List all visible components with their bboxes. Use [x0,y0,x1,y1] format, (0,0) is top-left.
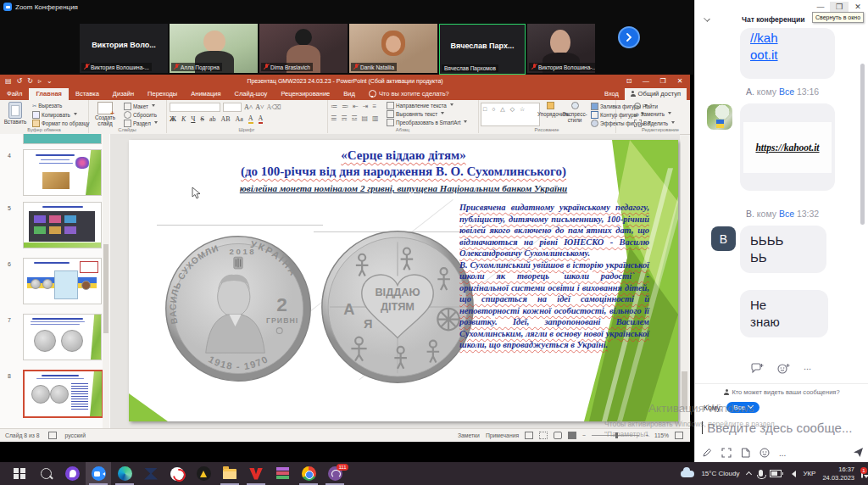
section-button[interactable]: Раздел [124,120,158,127]
numbering-icon[interactable]: ≕ [342,103,348,110]
text-shadow-button[interactable]: ab [209,115,216,123]
screenshot-icon[interactable] [721,448,732,458]
yandex-alice-icon[interactable] [59,462,85,485]
search-button[interactable] [33,462,58,485]
tab-review[interactable]: Рецензирование [274,88,337,100]
weather-text[interactable]: 15°C Cloudy [701,470,739,477]
zoom-out-button[interactable]: − [582,432,586,438]
tab-design[interactable]: Дизайн [106,88,141,100]
participant-tile[interactable]: Виктория Воло... Виктория Волошина-... [80,24,168,73]
zoom-level[interactable]: 115% [654,432,669,438]
tab-slideshow[interactable]: Слайд-шоу [227,88,274,100]
send-button[interactable] [853,447,864,458]
chat-message-input[interactable]: Введите здесь сообще... [702,421,863,435]
battery-icon[interactable] [770,470,782,477]
weather-icon[interactable] [681,471,694,477]
bullets-icon[interactable]: ≔ [331,103,337,110]
more-options-icon[interactable]: ... [804,363,811,374]
font-name-box[interactable] [170,103,220,112]
font-size-box[interactable] [223,103,242,112]
tell-me-box[interactable]: Что вы хотите сделать? [369,90,449,100]
arrange-button[interactable]: Упорядочить [537,102,563,117]
zoom-in-button[interactable]: + [645,432,648,438]
slide-thumbnail-8-selected[interactable] [23,370,103,418]
find-button[interactable]: Найти [634,103,658,109]
chat-message-bubble[interactable]: Не знаю [740,290,828,337]
shapes-gallery[interactable]: □ ○ △ ◇ ☆ [481,103,540,126]
shrink-font-icon[interactable]: А˅ [255,103,264,111]
tab-view[interactable]: Вид [337,88,362,100]
highlight-color-button[interactable]: А [248,114,253,124]
chat-message-bubble[interactable]: ЬЬЬЬ ЬЬ [740,226,826,273]
select-button[interactable]: Выделить [634,120,675,127]
bold-button[interactable]: Ж [170,115,176,123]
chevron-down-icon[interactable] [704,14,710,21]
justify-icon[interactable]: ▤ [362,114,369,122]
start-button[interactable] [7,462,32,485]
normal-view-icon[interactable] [525,432,533,439]
wps-office-icon[interactable] [243,462,269,485]
pasted-image[interactable]: https://kahoot.it [743,122,832,173]
clear-formatting-icon[interactable]: А⌫ [267,103,281,111]
chat-scrollbar[interactable] [860,64,865,225]
add-reaction-icon[interactable] [777,363,790,374]
fit-slide-icon[interactable] [675,432,683,439]
align-left-icon[interactable]: ☰ [331,114,337,122]
slide-thumbnail-6[interactable] [23,258,102,304]
decrease-indent-icon[interactable]: ⇤ [353,103,359,110]
slide-thumbnail-5[interactable] [23,202,102,248]
maximize-icon[interactable]: ❒ [654,75,671,87]
reply-thread-icon[interactable] [751,363,764,374]
file-icon[interactable] [741,448,750,458]
chat-link[interactable]: //kah [750,30,835,47]
sign-in-link[interactable]: Вход [604,90,619,98]
viber-icon[interactable]: 111 [322,462,348,485]
tray-mic-icon[interactable] [759,470,763,477]
strikethrough-button[interactable]: S [200,115,203,123]
winrar-icon[interactable] [270,462,295,485]
participant-tile-active-speaker[interactable]: Вячеслав Парх... Вячеслав Пархомов [439,24,526,75]
opera-icon[interactable] [164,462,190,485]
slide-thumbnail-7[interactable] [23,314,102,360]
ribbon-display-options-icon[interactable]: ⊡ [620,75,637,87]
align-right-icon[interactable]: ☲ [351,114,357,122]
italic-button[interactable]: К [181,115,186,123]
line-spacing-icon[interactable]: ≡ [372,103,376,110]
align-center-icon[interactable]: ☴ [341,114,347,122]
chat-link[interactable]: oot.it [750,47,835,64]
format-icon[interactable] [702,448,712,458]
recipient-dropdown[interactable]: Все [726,402,760,413]
paste-button[interactable]: Вставить [1,102,30,125]
share-button[interactable]: Общий доступ [625,88,687,100]
reset-button[interactable]: Сбросить [124,111,157,119]
layout-button[interactable]: Макет [124,103,155,110]
edge-icon[interactable] [112,462,137,485]
tab-file[interactable]: Файл [0,88,29,100]
align-text-button[interactable]: Выровнять текст [387,110,444,118]
emoji-icon[interactable] [760,448,770,458]
text-direction-button[interactable]: Направление текста [387,102,453,109]
slide-area-scrollbar-thumb[interactable] [682,371,687,410]
language-indicator[interactable]: русский [65,432,86,438]
participant-tile[interactable]: Danik Nataliia [349,24,437,73]
slideshow-view-icon[interactable] [568,432,576,439]
font-color-button[interactable]: А [259,114,264,124]
close-icon[interactable]: ✕ [671,75,688,87]
action-center-button[interactable]: 1 [861,470,863,477]
slide-sorter-view-icon[interactable] [539,432,548,439]
copy-button[interactable]: Копировать [32,111,77,119]
participant-tile[interactable]: Виктория Волошина-... [527,24,595,73]
new-slide-button[interactable]: Создать слайд [89,102,121,126]
increase-indent-icon[interactable]: ⇥ [363,103,369,110]
tab-home[interactable]: Главная [29,88,69,100]
reading-view-icon[interactable] [554,432,562,439]
chat-message-bubble[interactable]: //kah oot.it [740,28,835,79]
avatar[interactable] [707,104,732,130]
participant-tile[interactable]: Dima Braslavich [259,24,348,73]
volume-icon[interactable] [788,471,796,477]
hidden-icons-chevron[interactable] [746,471,752,477]
more-composer-options-icon[interactable]: ... [779,449,786,458]
next-participants-button[interactable] [618,26,640,48]
file-explorer-icon[interactable] [217,462,242,485]
grow-font-icon[interactable]: А˄ [244,103,253,111]
